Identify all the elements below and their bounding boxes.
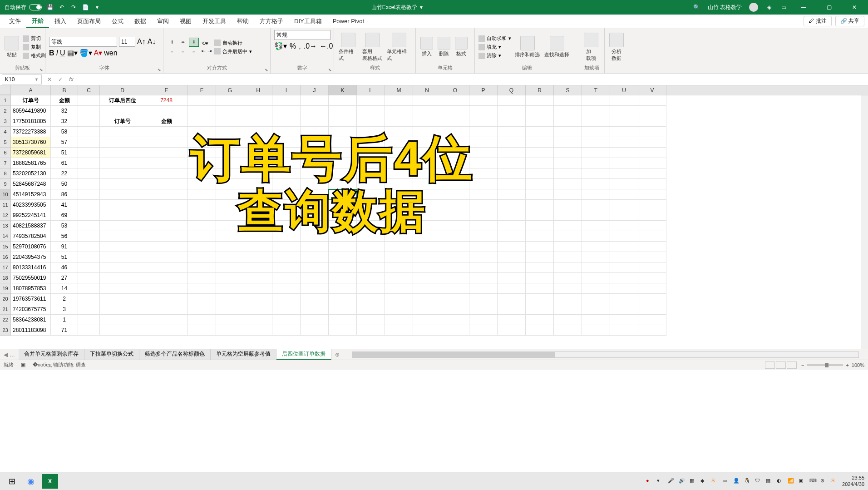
cell-A18[interactable]: 75029550019	[11, 273, 51, 283]
cell-B21[interactable]: 3	[51, 304, 78, 315]
cell-L16[interactable]	[357, 252, 385, 262]
cell-P22[interactable]	[469, 315, 498, 325]
cell-D4[interactable]	[100, 127, 145, 137]
maximize-button[interactable]: ▢	[820, 0, 838, 15]
cell-V13[interactable]	[638, 221, 666, 231]
cell-S8[interactable]	[554, 168, 582, 179]
row-header-18[interactable]: 18	[0, 273, 11, 283]
cell-V3[interactable]	[638, 116, 666, 127]
cell-I8[interactable]	[272, 168, 301, 179]
cell-G19[interactable]	[216, 283, 244, 294]
row-header-6[interactable]: 6	[0, 148, 11, 158]
cell-F15[interactable]	[188, 242, 216, 252]
cell-Q5[interactable]	[498, 137, 526, 148]
diamond-icon[interactable]: ◈	[765, 4, 773, 11]
cell-B11[interactable]: 41	[51, 200, 78, 210]
cell-S10[interactable]	[554, 189, 582, 200]
cell-A14[interactable]: 74935782504	[11, 231, 51, 242]
autosum-button[interactable]: 自动求和▾	[478, 35, 511, 42]
cell-U6[interactable]	[610, 148, 638, 158]
align-bottom[interactable]: ⬇	[189, 38, 199, 47]
sheet-tab-3[interactable]: 单元格为空屏蔽参考值	[211, 349, 276, 360]
cell-J4[interactable]	[301, 127, 329, 137]
cell-L14[interactable]	[357, 231, 385, 242]
cell-G7[interactable]	[216, 158, 244, 168]
undo-icon[interactable]: ↶	[58, 4, 65, 11]
col-header-J[interactable]: J	[301, 85, 329, 95]
cell-R19[interactable]	[526, 283, 554, 294]
cell-B2[interactable]: 32	[51, 106, 78, 116]
delete-cells-button[interactable]: 删除	[437, 36, 451, 58]
row-header-5[interactable]: 5	[0, 137, 11, 148]
cell-L4[interactable]	[357, 127, 385, 137]
row-header-9[interactable]: 9	[0, 179, 11, 189]
row-header-3[interactable]: 3	[0, 116, 11, 127]
cell-A19[interactable]: 18078957853	[11, 283, 51, 294]
cell-Q3[interactable]	[498, 116, 526, 127]
cell-T19[interactable]	[582, 283, 610, 294]
cell-D2[interactable]	[100, 106, 145, 116]
cell-D18[interactable]	[100, 273, 145, 283]
cell-A15[interactable]: 52970108076	[11, 242, 51, 252]
cell-B19[interactable]: 14	[51, 283, 78, 294]
cell-M19[interactable]	[385, 283, 413, 294]
cell-S21[interactable]	[554, 304, 582, 315]
cell-A1[interactable]: 订单号	[11, 95, 51, 106]
excel-icon[interactable]: X	[42, 474, 58, 489]
cell-E6[interactable]	[145, 148, 188, 158]
row-header-8[interactable]: 8	[0, 168, 11, 179]
align-center[interactable]: ≡	[178, 48, 188, 57]
cell-E1[interactable]: 7248	[145, 95, 188, 106]
cell-J8[interactable]	[301, 168, 329, 179]
cell-K19[interactable]	[329, 283, 357, 294]
cell-H10[interactable]	[244, 189, 272, 200]
cell-H3[interactable]	[244, 116, 272, 127]
cell-H2[interactable]	[244, 106, 272, 116]
redo-icon[interactable]: ↷	[70, 4, 77, 11]
col-header-Q[interactable]: Q	[498, 85, 526, 95]
cell-P10[interactable]	[469, 189, 498, 200]
cell-M21[interactable]	[385, 304, 413, 315]
cell-S3[interactable]	[554, 116, 582, 127]
cell-G16[interactable]	[216, 252, 244, 262]
cell-Q23[interactable]	[498, 325, 526, 336]
align-left[interactable]: ≡	[167, 48, 177, 57]
qat-icon[interactable]: 📄	[82, 4, 89, 11]
cell-D22[interactable]	[100, 315, 145, 325]
add-sheet-button[interactable]: ⊕	[331, 351, 343, 358]
col-header-I[interactable]: I	[272, 85, 301, 95]
cell-G4[interactable]	[216, 127, 244, 137]
cell-I23[interactable]	[272, 325, 301, 336]
view-normal[interactable]	[765, 361, 775, 369]
cell-B3[interactable]: 32	[51, 116, 78, 127]
cell-M23[interactable]	[385, 325, 413, 336]
cell-G21[interactable]	[216, 304, 244, 315]
tray-mic-icon[interactable]: 🎤	[668, 478, 675, 485]
tab-7[interactable]: 视图	[174, 15, 197, 28]
cell-J17[interactable]	[301, 262, 329, 273]
tray-app4-icon[interactable]: 👤	[733, 478, 740, 485]
wrap-text-button[interactable]: 自动换行	[214, 40, 252, 46]
cell-P4[interactable]	[469, 127, 498, 137]
cell-J9[interactable]	[301, 179, 329, 189]
cell-U8[interactable]	[610, 168, 638, 179]
cell-H22[interactable]	[244, 315, 272, 325]
cell-P11[interactable]	[469, 200, 498, 210]
cell-J16[interactable]	[301, 252, 329, 262]
cell-J7[interactable]	[301, 158, 329, 168]
cell-O12[interactable]	[441, 210, 469, 221]
cell-V1[interactable]	[638, 95, 666, 106]
cell-U18[interactable]	[610, 273, 638, 283]
cell-R2[interactable]	[526, 106, 554, 116]
tab-0[interactable]: 文件	[4, 15, 26, 28]
vertical-scrollbar[interactable]	[861, 95, 868, 349]
cell-I13[interactable]	[272, 221, 301, 231]
cell-M18[interactable]	[385, 273, 413, 283]
cell-N5[interactable]	[413, 137, 441, 148]
autosave-toggle[interactable]: 自动保存	[5, 4, 42, 11]
col-header-A[interactable]: A	[11, 85, 51, 95]
cell-G15[interactable]	[216, 242, 244, 252]
cell-R5[interactable]	[526, 137, 554, 148]
cell-T22[interactable]	[582, 315, 610, 325]
cell-Q17[interactable]	[498, 262, 526, 273]
